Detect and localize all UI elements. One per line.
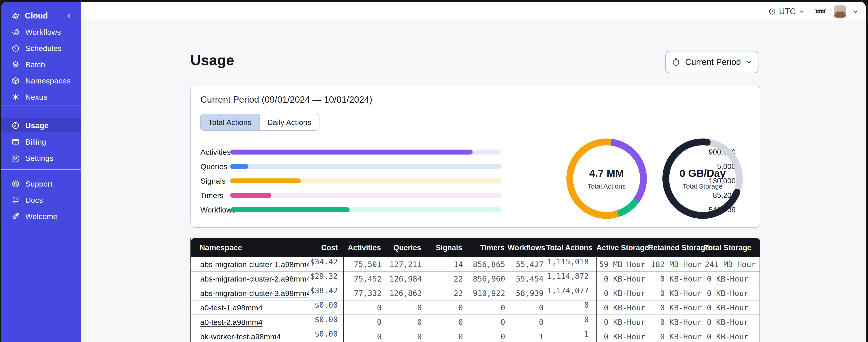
tab-total-actions[interactable]: Total Actions [200, 114, 259, 130]
stopwatch-icon [672, 58, 680, 67]
sidebar-item-namespaces[interactable]: Namespaces [1, 74, 81, 88]
bar-label: Signals [191, 177, 230, 185]
table-cell: 910,922 [466, 289, 508, 298]
bar-track [230, 207, 501, 212]
bar-fill [230, 149, 473, 155]
namespace-link[interactable]: a0-test-2.a98mm4 [200, 318, 262, 327]
table-cell: 0 [508, 303, 547, 312]
card-title: Current Period (09/01/2024 — 10/01/2024) [200, 95, 372, 105]
table-row: abs-migration-cluster-1.a98mm4$34.4275,5… [191, 257, 760, 272]
donut-value: 0 GB/Day [680, 167, 726, 179]
column-header-timers: Timers [465, 243, 508, 252]
usage-bar-row-workflows: Workflows541,109 [191, 207, 736, 212]
table-cell: 0 [385, 332, 425, 341]
chevron-down-icon [798, 8, 805, 15]
namespaces-icon [11, 76, 20, 85]
table-cell: $34.42 [309, 257, 344, 272]
sidebar-item-workflows[interactable]: Workflows [1, 25, 81, 39]
table-cell: 22 [425, 274, 466, 283]
namespace-cell: abs-migration-cluster-2.a98mm4 [191, 275, 309, 283]
namespace-cell: abs-migration-cluster-1.a98mm4 [191, 260, 309, 269]
column-header-retained-storage: Retained Storage [648, 243, 704, 252]
namespace-link[interactable]: a0-test-1.a98mm4 [200, 303, 262, 312]
sidebar-item-billing[interactable]: Billing [1, 135, 81, 149]
table-cell: 0 KB-Hour [649, 303, 705, 312]
usage-bar-row-queries: Queries5,000 [191, 164, 736, 169]
table-cell: $29.32 [309, 272, 344, 286]
sidebar-item-settings[interactable]: Settings [1, 151, 81, 165]
sidebar-item-schedules[interactable]: Schedules [1, 41, 81, 55]
tab-daily-actions[interactable]: Daily Actions [259, 114, 319, 130]
timezone-selector[interactable]: UTC [768, 7, 805, 16]
usage-bar-row-signals: Signals130,000 [191, 178, 736, 183]
brand-label: Cloud [25, 11, 65, 21]
column-header-workflows: Workflows [508, 243, 546, 252]
sidebar-item-docs[interactable]: Docs [1, 193, 81, 207]
sidebar-item-welcome[interactable]: Welcome [1, 210, 81, 223]
namespace-link[interactable]: abs-migration-cluster-3.a98mm4 [200, 289, 309, 298]
donut-label: Total Storage [683, 182, 723, 190]
column-header-cost: Cost [308, 243, 343, 252]
bar-label: Activities [191, 148, 230, 157]
avatar[interactable] [834, 5, 846, 18]
page-title: Usage [190, 52, 234, 69]
table-cell: 241 MB-Hour [705, 260, 761, 269]
table-cell: 126,984 [385, 274, 425, 283]
table-row: bk-worker-test.a98mm4$0.000000110 KB-Hou… [191, 329, 760, 342]
table-cell: 0 KB-Hour [597, 332, 649, 341]
batch-icon [11, 60, 20, 69]
table-cell: 0 KB-Hour [597, 318, 649, 327]
table-cell: 0 KB-Hour [705, 318, 761, 327]
table-cell: $38.42 [309, 286, 344, 301]
welcome-icon [11, 212, 20, 220]
bar-fill [230, 207, 349, 212]
period-selector-button[interactable]: Current Period [665, 51, 758, 73]
table-cell: 0 KB-Hour [705, 332, 761, 341]
table-cell: 1,174,077 [547, 286, 597, 301]
glasses-icon[interactable] [815, 6, 826, 17]
column-header-total-storage: Total Storage [704, 243, 760, 252]
table-cell: 0 [385, 318, 425, 327]
namespace-link[interactable]: abs-migration-cluster-1.a98mm4 [200, 260, 309, 269]
column-header-activities: Activities [343, 243, 384, 252]
sidebar-brand[interactable]: Cloud [1, 9, 81, 23]
table-cell: 0 KB-Hour [705, 274, 761, 283]
bar-track [230, 178, 501, 183]
namespace-link[interactable]: abs-migration-cluster-2.a98mm4 [200, 275, 309, 283]
donut-value: 4.7 MM [589, 167, 624, 179]
table-cell: 0 [344, 318, 385, 327]
column-header-active-storage: Active Storage [596, 243, 648, 252]
sidebar-item-batch[interactable]: Batch [1, 58, 81, 71]
clock-icon [768, 7, 776, 15]
usage-icon [11, 121, 20, 130]
column-header-total-actions: Total Actions [546, 243, 596, 252]
column-header-namespace: Namespace [190, 243, 308, 252]
table-cell: 0 [466, 303, 508, 312]
chevron-down-icon[interactable] [852, 8, 859, 15]
table-row: a0-test-1.a98mm4$0.000000000 KB-Hour0 KB… [191, 301, 760, 315]
bar-track [230, 149, 501, 155]
table-cell: 0 [466, 318, 508, 327]
table-cell: 55,454 [508, 274, 547, 283]
sidebar-item-usage[interactable]: Usage [1, 118, 81, 132]
table-cell: 856,865 [466, 260, 508, 269]
sidebar: Cloud WorkflowsSchedulesBatchNamespacesN… [1, 2, 81, 342]
sidebar-item-support[interactable]: Support [1, 177, 81, 191]
usage-bar-chart: Activities900,000Queries5,000Signals130,… [191, 149, 736, 222]
namespace-cell: a0-test-1.a98mm4 [191, 303, 309, 312]
table-cell: 0 KB-Hour [597, 289, 649, 298]
table-cell: 0 KB-Hour [649, 318, 705, 327]
bar-label: Queries [191, 162, 230, 171]
table-cell: 0 KB-Hour [649, 289, 705, 298]
namespace-link[interactable]: bk-worker-test.a98mm4 [200, 332, 281, 341]
bar-fill [230, 178, 301, 183]
sidebar-divider [1, 106, 81, 106]
donut-label: Total Actions [588, 182, 626, 190]
sidebar-item-nexus[interactable]: Nexus [1, 90, 81, 104]
namespace-cell: bk-worker-test.a98mm4 [191, 332, 309, 341]
table-cell: 182 MB-Hour [649, 260, 705, 269]
collapse-sidebar-icon[interactable] [65, 12, 73, 20]
column-header-queries: Queries [384, 243, 424, 252]
table-cell: 126,862 [385, 289, 425, 298]
namespace-cell: abs-migration-cluster-3.a98mm4 [191, 289, 309, 298]
